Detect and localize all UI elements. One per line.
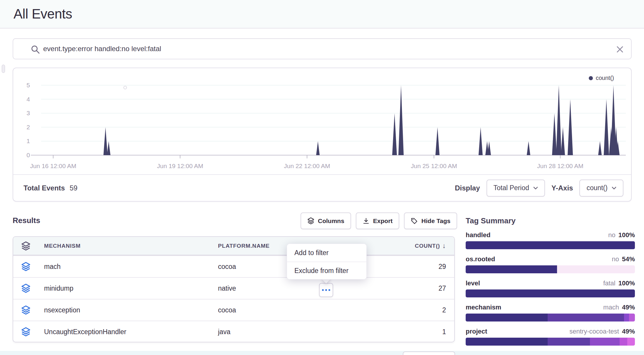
y-tick-label: 2 [26, 124, 30, 130]
hide-tags-button[interactable]: Hide Tags [404, 212, 457, 229]
cell-mechanism[interactable]: nsexception [44, 299, 80, 321]
columns-button[interactable]: Columns [301, 212, 351, 229]
tag-percent: 54% [622, 255, 635, 263]
table-row: mach cocoa 29 [13, 255, 454, 277]
tag-bar[interactable] [466, 289, 635, 297]
layers-icon[interactable] [21, 305, 31, 315]
download-icon [363, 217, 370, 225]
chart-point-artifact [124, 86, 127, 89]
tag-top-value: mach [603, 303, 619, 312]
layers-icon[interactable] [21, 327, 31, 337]
chart-spike [398, 85, 404, 155]
tag-bar-segment [466, 289, 635, 297]
page-title: All Events [14, 6, 72, 22]
legend-label: count() [596, 75, 614, 81]
cell-count[interactable]: 29 [438, 256, 446, 277]
resize-handle[interactable] [2, 65, 5, 73]
below-fold-section [0, 351, 644, 355]
context-menu: Add to filter Exclude from filter [287, 244, 367, 279]
x-tick-label: Jun 28 12:00 AM [537, 163, 583, 169]
all-events-page: { "app": { "title": "All Events" }, "sea… [0, 0, 644, 355]
layers-icon[interactable] [21, 262, 31, 272]
x-tick-label: Jun 25 12:00 AM [411, 163, 457, 169]
cell-platform[interactable]: java [218, 321, 230, 342]
search-input[interactable]: event.type:error handled:no level:fatal [43, 39, 619, 59]
cell-actions-button[interactable] [319, 283, 333, 297]
display-label: Display [455, 184, 480, 192]
cell-mechanism[interactable]: UncaughtExceptionHandler [44, 321, 126, 342]
tag-bar[interactable] [466, 338, 635, 346]
chart-spike [316, 141, 320, 155]
clear-search-icon[interactable] [616, 45, 624, 53]
tag-bar-segment [627, 338, 635, 346]
column-header-platform[interactable]: PLATFORM.NAME [218, 237, 270, 255]
tag-item: os.rooted no54% [466, 255, 635, 273]
tag-percent: 49% [622, 303, 635, 312]
layers-icon[interactable] [21, 284, 31, 293]
cell-count[interactable]: 2 [442, 299, 446, 321]
tag-top-value: no [612, 255, 619, 263]
tag-bar[interactable] [466, 314, 635, 321]
chart-spike [556, 85, 561, 155]
cell-count[interactable]: 27 [438, 278, 446, 299]
tag-bar-segment [466, 265, 557, 273]
column-header-mechanism[interactable]: MECHANISM [44, 237, 80, 255]
tag-item: handled no100% [466, 231, 635, 249]
tag-percent: 100% [618, 231, 635, 239]
chart-spike [107, 141, 110, 155]
tag-summary: Tag Summary handled no100% os.rooted no5… [466, 216, 635, 346]
chart-spike [598, 141, 602, 155]
layers-icon[interactable] [21, 241, 31, 251]
pagination-buttons-cutoff[interactable] [403, 351, 455, 355]
cell-mechanism[interactable]: minidump [44, 278, 73, 299]
cell-platform[interactable]: cocoa [218, 256, 236, 277]
tag-top-value: sentry-cocoa-test [569, 327, 619, 336]
export-button[interactable]: Export [356, 212, 400, 229]
x-tick-label: Jun 22 12:00 AM [284, 163, 330, 169]
tag-bar[interactable] [466, 265, 635, 273]
display-select-value: Total Period [494, 184, 529, 192]
chart-legend[interactable]: count() [589, 75, 614, 81]
page-header: All Events [0, 0, 644, 29]
events-chart-card: count() 012345Jun 16 12:00 AMJun 19 12:0… [13, 68, 632, 202]
tag-bar-segment [620, 338, 627, 346]
cell-count[interactable]: 1 [442, 321, 446, 342]
menu-item-add-to-filter[interactable]: Add to filter [287, 244, 366, 262]
column-header-count[interactable]: COUNT() ↓ [415, 237, 446, 255]
results-heading: Results [13, 216, 40, 225]
tag-item: level fatal100% [466, 279, 635, 297]
chart-footer: Total Events 59 Display Total Period Y-A… [13, 174, 631, 201]
tag-bar-segment [466, 241, 635, 249]
tag-icon [411, 217, 418, 225]
cell-platform[interactable]: cocoa [218, 299, 236, 321]
cell-platform[interactable]: native [218, 278, 236, 299]
x-tick-label: Jun 19 12:00 AM [157, 163, 203, 169]
y-tick-label: 1 [26, 138, 30, 144]
tag-bar[interactable] [466, 241, 635, 249]
tag-bar-segment [590, 338, 620, 346]
hide-tags-button-label: Hide Tags [421, 217, 450, 225]
tag-item: project sentry-cocoa-test49% [466, 327, 635, 346]
layers-icon [307, 217, 314, 225]
table-header-row: MECHANISM PLATFORM.NAME COUNT() ↓ [13, 237, 454, 255]
menu-item-exclude-from-filter[interactable]: Exclude from filter [287, 262, 366, 279]
tag-name: level [466, 279, 480, 287]
table-row: UncaughtExceptionHandler java 1 [13, 321, 454, 342]
chart-spike [392, 113, 397, 155]
tag-name: project [466, 327, 487, 336]
display-select[interactable]: Total Period [487, 180, 545, 197]
results-table: MECHANISM PLATFORM.NAME COUNT() ↓ mach c… [13, 236, 455, 342]
y-tick-label: 0 [26, 152, 30, 158]
tag-percent: 100% [618, 279, 635, 287]
tag-bar-segment [548, 338, 590, 346]
chart-spike [527, 141, 530, 155]
total-events-label: Total Events [24, 184, 65, 192]
y-tick-label: 5 [26, 82, 30, 88]
events-chart-svg[interactable]: 012345Jun 16 12:00 AMJun 19 12:00 AMJun … [13, 68, 632, 175]
y-tick-label: 4 [26, 96, 30, 103]
search-bar[interactable]: event.type:error handled:no level:fatal [13, 38, 632, 59]
tag-bar-segment [548, 314, 624, 321]
cell-mechanism[interactable]: mach [44, 256, 61, 277]
yaxis-select[interactable]: count() [579, 180, 623, 197]
chevron-down-icon [533, 187, 538, 190]
